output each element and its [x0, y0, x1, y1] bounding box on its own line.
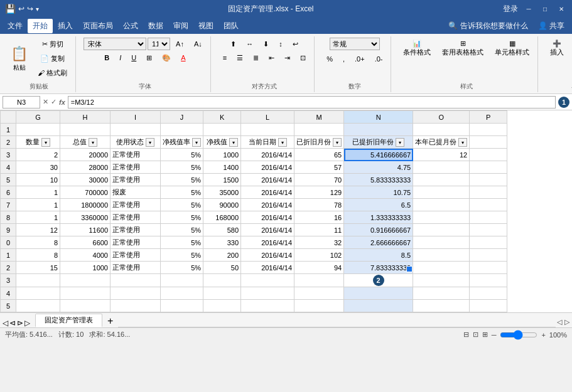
- cell-style-btn[interactable]: ▦单元格样式: [490, 38, 534, 59]
- delete-cell-btn[interactable]: ➖删除: [569, 38, 572, 59]
- styles-label: 样式: [460, 81, 473, 91]
- login-btn[interactable]: 登录: [503, 4, 518, 14]
- sheet-tab-fixed-assets[interactable]: 固定资产管理表: [35, 314, 102, 327]
- font-color-btn[interactable]: A: [176, 51, 190, 64]
- normal-view-btn[interactable]: ⊟: [463, 331, 469, 339]
- increase-font-btn[interactable]: A↑: [171, 38, 188, 50]
- align-bottom-btn[interactable]: ⬇: [259, 38, 273, 50]
- cut-btn[interactable]: ✂ 剪切: [33, 38, 72, 51]
- menu-view[interactable]: 视图: [193, 19, 219, 33]
- col-header-K[interactable]: K: [203, 111, 241, 124]
- fill-color-btn[interactable]: 🎨: [158, 51, 175, 64]
- copy-btn[interactable]: 📄 复制: [33, 52, 72, 65]
- col-header-I[interactable]: I: [111, 111, 161, 124]
- menu-insert[interactable]: 插入: [53, 19, 78, 33]
- confirm-formula-btn[interactable]: ✓: [51, 98, 57, 106]
- font-name-select[interactable]: 宋体: [84, 38, 146, 50]
- align-top-btn[interactable]: ⬆: [226, 38, 240, 50]
- autofill-handle[interactable]: [406, 266, 413, 273]
- percent-btn[interactable]: %: [322, 53, 337, 65]
- undo-btn[interactable]: ↩: [18, 4, 24, 13]
- increase-decimal-btn[interactable]: .0+: [350, 53, 369, 65]
- scroll-left-btn[interactable]: ◁: [3, 319, 8, 327]
- redo-btn[interactable]: ↪: [27, 4, 33, 13]
- decrease-font-btn[interactable]: A↓: [190, 38, 207, 50]
- cancel-formula-btn[interactable]: ✕: [43, 98, 48, 106]
- col-header-N[interactable]: N: [344, 111, 413, 124]
- italic-btn[interactable]: I: [115, 51, 126, 64]
- col-header-P[interactable]: P: [470, 111, 507, 124]
- menu-file[interactable]: 文件: [3, 19, 28, 33]
- underline-btn[interactable]: U: [127, 51, 141, 64]
- col-header-O[interactable]: O: [413, 111, 470, 124]
- col-header-L[interactable]: L: [241, 111, 294, 124]
- close-btn[interactable]: ✕: [556, 3, 567, 14]
- scroll-left-fast-btn[interactable]: ⊲: [9, 319, 16, 327]
- format-painter-btn[interactable]: 🖌 格式刷: [33, 66, 72, 80]
- menu-share[interactable]: 👤 共享: [533, 19, 569, 33]
- scroll-right-btn[interactable]: ▷: [24, 319, 30, 327]
- table-row: 6 1 700000 报废 5% 35000 2016/4/14 129 10.…: [1, 186, 507, 199]
- filter-btn-L2[interactable]: ▾: [278, 138, 287, 147]
- zoom-out-btn[interactable]: ─: [492, 331, 497, 339]
- merge-btn[interactable]: ⊡: [296, 51, 310, 64]
- zoom-slider[interactable]: [500, 330, 537, 340]
- col-header-J[interactable]: J: [161, 111, 203, 124]
- ribbon-alignment: ⬆ ↔ ⬇ ↕ ↩ ≡ ☰ ≣ ⇤ ⇥ ⊡ 对齐方式: [216, 36, 315, 92]
- text-direction-btn[interactable]: ↕: [274, 38, 287, 50]
- restore-btn[interactable]: □: [539, 3, 551, 14]
- col-header-H[interactable]: H: [60, 111, 111, 124]
- bold-btn[interactable]: B: [100, 51, 114, 64]
- menu-page-layout[interactable]: 页面布局: [78, 19, 118, 33]
- row-num-6: 6: [1, 186, 16, 199]
- align-right-btn[interactable]: ≣: [249, 51, 263, 64]
- filter-btn-I2[interactable]: ▾: [146, 138, 154, 147]
- page-break-view-btn[interactable]: ⊞: [482, 331, 488, 339]
- conditional-format-btn[interactable]: 📊条件格式: [399, 38, 435, 59]
- decrease-decimal-btn[interactable]: .0-: [370, 53, 387, 65]
- menu-review[interactable]: 审阅: [168, 19, 193, 33]
- menu-formula[interactable]: 公式: [118, 19, 143, 33]
- border-btn[interactable]: ⊞: [142, 51, 156, 64]
- menu-search[interactable]: 🔍 告诉我你想要做什么: [443, 19, 533, 33]
- row-num-12: 2: [1, 262, 16, 274]
- minimize-btn[interactable]: ─: [523, 3, 534, 14]
- menu-team[interactable]: 团队: [219, 19, 244, 33]
- comma-btn[interactable]: ,: [338, 53, 349, 65]
- cell-reference-input[interactable]: [3, 96, 40, 109]
- insert-function-btn[interactable]: fx: [59, 98, 65, 106]
- filter-btn-K2[interactable]: ▾: [229, 138, 238, 147]
- page-layout-view-btn[interactable]: ⊡: [473, 331, 478, 339]
- col-header-G[interactable]: G: [16, 111, 60, 124]
- menu-data[interactable]: 数据: [143, 19, 168, 33]
- filter-btn-H2[interactable]: ▾: [89, 138, 97, 147]
- title-bar-right: 登录 ─ □ ✕: [503, 3, 567, 14]
- formula-controls: ✕ ✓ fx: [43, 98, 65, 106]
- wrap-text-btn[interactable]: ↩: [288, 38, 303, 50]
- filter-btn-J2[interactable]: ▾: [192, 138, 201, 147]
- decrease-indent-btn[interactable]: ⇤: [264, 51, 279, 64]
- col-header-M[interactable]: M: [294, 111, 344, 124]
- table-row: 4: [1, 287, 507, 300]
- align-left-btn[interactable]: ≡: [219, 51, 231, 64]
- align-middle-btn[interactable]: ↔: [242, 38, 257, 50]
- filter-btn-N2[interactable]: ▾: [396, 138, 404, 147]
- increase-indent-btn[interactable]: ⇥: [280, 51, 294, 64]
- paste-btn[interactable]: 📋 粘贴: [6, 40, 32, 78]
- zoom-in-btn[interactable]: +: [541, 331, 545, 339]
- number-format-select[interactable]: 常规: [330, 38, 380, 50]
- add-sheet-btn[interactable]: +: [104, 315, 117, 327]
- filter-btn-O2[interactable]: ▾: [458, 138, 467, 147]
- row-num-15: 5: [1, 300, 16, 312]
- menu-home[interactable]: 开始: [28, 19, 53, 33]
- grid-wrapper[interactable]: G H I J K L M N O P 1: [0, 110, 572, 312]
- table-style-btn[interactable]: ⊞套用表格格式: [438, 38, 488, 59]
- font-size-select[interactable]: 11: [148, 38, 170, 50]
- filter-btn-G2[interactable]: ▾: [41, 138, 50, 147]
- filter-btn-M2[interactable]: ▾: [333, 138, 342, 147]
- formula-input[interactable]: [68, 96, 556, 109]
- align-center-btn[interactable]: ☰: [232, 51, 247, 64]
- scroll-right-fast-btn[interactable]: ⊳: [17, 319, 23, 327]
- insert-cell-btn[interactable]: ➕插入: [546, 38, 568, 59]
- table-row: 1: [1, 124, 507, 136]
